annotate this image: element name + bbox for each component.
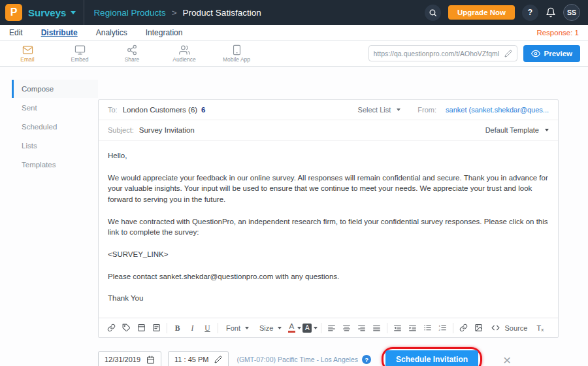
schedule-date-picker[interactable]: 12/31/2019: [98, 351, 161, 366]
tab-integration[interactable]: Integration: [146, 28, 183, 37]
to-value[interactable]: London Customers (6): [123, 106, 197, 114]
close-icon[interactable]: ×: [503, 353, 511, 366]
survey-url-input[interactable]: [374, 50, 500, 58]
background-color-swatch: A: [302, 324, 312, 333]
body-paragraph: Hello,: [108, 150, 549, 161]
user-avatar[interactable]: SS: [563, 4, 580, 21]
subject-value[interactable]: Survey Invitation: [139, 126, 195, 134]
align-right-icon: [357, 324, 366, 332]
schedule-time-picker[interactable]: 11 : 45 PM: [168, 351, 229, 366]
link-icon: [107, 324, 116, 332]
from-value[interactable]: sanket (sanket.shekdar@ques...: [446, 106, 549, 114]
breadcrumb-survey-name[interactable]: Regional Products: [93, 8, 165, 18]
bell-icon: [546, 7, 556, 18]
channel-email-label: Email: [20, 56, 34, 63]
bold-button[interactable]: B: [171, 321, 184, 335]
chevron-down-icon: [397, 108, 400, 111]
template-icon: [137, 324, 146, 332]
channel-mobile-app-label: Mobile App: [223, 56, 250, 63]
questionpro-logo[interactable]: P: [5, 4, 22, 21]
surveys-menu[interactable]: Surveys: [28, 7, 76, 18]
select-list-label: Select List: [358, 106, 391, 114]
template-dropdown-value: Default Template: [485, 126, 539, 134]
sidebar-item-lists[interactable]: Lists: [12, 137, 98, 155]
topbar-divider: [84, 0, 84, 25]
subject-label: Subject:: [108, 126, 134, 134]
insert-hyperlink-button[interactable]: [457, 321, 470, 335]
tab-edit[interactable]: Edit: [9, 28, 23, 37]
outdent-button[interactable]: [391, 321, 404, 335]
chevron-down-icon: [297, 327, 301, 329]
response-count[interactable]: Response: 1: [536, 29, 579, 37]
tag-icon: [122, 324, 131, 332]
upgrade-now-button[interactable]: Upgrade Now: [448, 5, 515, 20]
template-dropdown[interactable]: Default Template: [485, 126, 549, 134]
bullet-list-button[interactable]: [421, 321, 434, 335]
mobile-app-icon: [231, 44, 242, 56]
embed-icon: [74, 44, 86, 56]
merge-tag-button[interactable]: [120, 321, 133, 335]
to-row: To: London Customers (6) 6 Select List F…: [99, 100, 558, 120]
tab-distribute[interactable]: Distribute: [41, 28, 78, 37]
body-paragraph: We would appreciate your feedback in our…: [108, 173, 549, 205]
remove-format-button[interactable]: Tx: [533, 321, 547, 335]
subject-row: Subject: Survey Invitation Default Templ…: [99, 120, 558, 141]
search-icon: [429, 8, 437, 17]
insert-placeholder-button[interactable]: [150, 321, 163, 335]
channel-share-label: Share: [125, 56, 140, 63]
to-label: To:: [108, 106, 118, 114]
align-left-icon: [327, 324, 336, 332]
align-right-button[interactable]: [355, 321, 368, 335]
tab-analytics[interactable]: Analytics: [96, 28, 127, 37]
insert-link-token-button[interactable]: [105, 321, 118, 335]
toolbar-divider: [387, 323, 387, 333]
channel-email[interactable]: Email: [12, 44, 43, 63]
chevron-down-icon: [545, 129, 549, 131]
recipient-count-badge: 6: [201, 106, 205, 114]
search-button[interactable]: [425, 5, 441, 21]
background-color-button[interactable]: A: [302, 321, 318, 335]
select-list-dropdown[interactable]: Select List: [358, 106, 401, 114]
source-button[interactable]: Source: [487, 324, 532, 332]
sidebar-item-templates[interactable]: Templates: [12, 156, 98, 174]
topbar-actions: Upgrade Now ? SS: [425, 4, 580, 21]
font-family-dropdown[interactable]: Font: [221, 324, 253, 332]
sidebar-item-sent[interactable]: Sent: [12, 99, 98, 117]
sidebar-item-scheduled[interactable]: Scheduled: [12, 118, 98, 136]
text-color-button[interactable]: A: [287, 321, 301, 335]
from-label: From:: [417, 106, 436, 114]
channel-mobile-app[interactable]: Mobile App: [221, 44, 252, 63]
eye-icon: [531, 49, 540, 58]
underline-button[interactable]: U: [201, 321, 214, 335]
justify-button[interactable]: [370, 321, 384, 335]
edit-url-button[interactable]: [504, 50, 512, 58]
font-size-dropdown[interactable]: Size: [255, 324, 286, 332]
text-color-letter: A: [289, 323, 295, 331]
align-center-button[interactable]: [340, 321, 353, 335]
channel-embed[interactable]: Embed: [64, 44, 95, 63]
preview-button[interactable]: Preview: [523, 45, 580, 62]
notifications-button[interactable]: [546, 7, 556, 18]
insert-template-button[interactable]: [135, 321, 148, 335]
channel-share[interactable]: Share: [116, 44, 148, 63]
timezone-help-button[interactable]: ?: [362, 355, 371, 364]
survey-nav-tabs: Edit Distribute Analytics Integration Re…: [0, 25, 588, 41]
email-body-editor[interactable]: Hello, We would appreciate your feedback…: [99, 141, 558, 318]
numbered-list-button[interactable]: 12: [436, 321, 449, 335]
schedule-invitation-button[interactable]: Schedule Invitation: [385, 350, 478, 366]
toolbar-divider: [453, 323, 453, 333]
highlight-annotation-ring: Schedule Invitation: [382, 347, 482, 366]
help-button[interactable]: ?: [522, 5, 538, 21]
italic-button[interactable]: I: [186, 321, 199, 335]
insert-image-button[interactable]: [472, 321, 485, 335]
bullet-list-icon: [423, 324, 432, 332]
align-left-button[interactable]: [325, 321, 338, 335]
surveys-menu-label: Surveys: [28, 7, 66, 18]
sidebar-item-compose[interactable]: Compose: [12, 80, 98, 98]
channel-audience[interactable]: Audience: [169, 44, 200, 63]
indent-button[interactable]: [406, 321, 419, 335]
schedule-date-value: 12/31/2019: [105, 356, 140, 363]
source-code-icon: [491, 324, 500, 332]
body-paragraph: Thank You: [108, 293, 549, 304]
question-mark-icon: ?: [528, 8, 532, 17]
